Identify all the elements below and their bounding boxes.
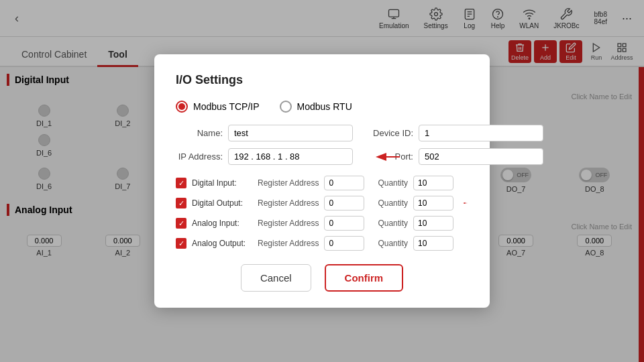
reg-addr-label-ao: Register Address — [258, 239, 319, 248]
reg-type-digital-input: Digital Input: — [192, 178, 252, 188]
checkbox-digital-input[interactable]: ✓ — [176, 178, 186, 188]
qty-input-do[interactable] — [413, 196, 453, 210]
checkbox-analog-output[interactable]: ✓ — [176, 238, 186, 249]
modbus-rtu-radio[interactable] — [280, 101, 292, 113]
reg-addr-label-di: Register Address — [258, 178, 319, 188]
checkmark-digital-input: ✓ — [178, 180, 184, 187]
qty-input-di[interactable] — [413, 176, 453, 190]
reg-addr-input-do[interactable] — [324, 196, 364, 210]
reg-addr-input-di[interactable] — [324, 176, 364, 190]
form-grid: Name: Device ID: IP Address: Port: — [176, 125, 468, 165]
name-label: Name: — [176, 128, 223, 138]
reg-type-digital-output: Digital Output: — [192, 198, 252, 208]
modbus-rtu-option[interactable]: Modbus RTU — [280, 101, 352, 113]
device-id-row: Device ID: — [366, 125, 543, 141]
qty-label-ai: Quantity — [378, 219, 408, 228]
modbus-tcp-radio[interactable] — [176, 101, 188, 113]
cancel-button[interactable]: Cancel — [241, 264, 311, 292]
ip-address-label: IP Address: — [176, 152, 223, 162]
reg-row-analog-input: ✓ Analog Input: Register Address Quantit… — [176, 216, 468, 231]
reg-row-digital-input: ✓ Digital Input: Register Address Quanti… — [176, 176, 468, 190]
reg-row-analog-output: ✓ Analog Output: Register Address Quanti… — [176, 236, 468, 251]
device-id-label: Device ID: — [366, 128, 413, 138]
port-input[interactable] — [419, 148, 543, 165]
checkbox-analog-input[interactable]: ✓ — [176, 218, 186, 229]
reg-addr-input-ao[interactable] — [324, 236, 364, 251]
name-input[interactable] — [228, 125, 353, 141]
qty-input-ao[interactable] — [413, 236, 453, 251]
ip-address-input[interactable] — [228, 148, 353, 165]
modbus-rtu-label: Modbus RTU — [297, 101, 352, 112]
protocol-radio-group: Modbus TCP/IP Modbus RTU — [176, 101, 468, 113]
reg-row-digital-output: ✓ Digital Output: Register Address Quant… — [176, 196, 468, 210]
modbus-tcp-label: Modbus TCP/IP — [193, 101, 260, 112]
button-row: Cancel Confirm — [176, 264, 468, 292]
checkmark-digital-output: ✓ — [178, 200, 184, 207]
name-row: Name: — [176, 125, 353, 141]
qty-input-ai[interactable] — [413, 216, 453, 231]
confirm-button[interactable]: Confirm — [325, 264, 404, 292]
checkmark-analog-output: ✓ — [178, 240, 184, 247]
port-row: Port: — [366, 148, 543, 165]
register-section: ✓ Digital Input: Register Address Quanti… — [176, 176, 468, 251]
checkbox-digital-output[interactable]: ✓ — [176, 198, 186, 208]
device-id-input[interactable] — [419, 125, 543, 141]
qty-label-di: Quantity — [378, 178, 408, 188]
dialog-overlay: I/O Settings Modbus TCP/IP Modbus RTU Na… — [0, 0, 644, 362]
qty-label-ao: Quantity — [378, 239, 408, 248]
reg-addr-input-ai[interactable] — [324, 216, 364, 231]
reg-addr-label-do: Register Address — [258, 198, 319, 208]
dialog-title: I/O Settings — [176, 73, 468, 87]
modbus-tcp-radio-inner — [178, 103, 185, 110]
ip-address-row: IP Address: — [176, 148, 353, 165]
checkmark-analog-input: ✓ — [178, 220, 184, 227]
reg-addr-label-ai: Register Address — [258, 219, 319, 228]
reg-type-analog-input: Analog Input: — [192, 219, 252, 228]
reg-type-analog-output: Analog Output: — [192, 239, 252, 248]
modbus-tcp-option[interactable]: Modbus TCP/IP — [176, 101, 260, 113]
io-settings-dialog: I/O Settings Modbus TCP/IP Modbus RTU Na… — [154, 54, 490, 308]
qty-label-do: Quantity — [378, 198, 408, 208]
